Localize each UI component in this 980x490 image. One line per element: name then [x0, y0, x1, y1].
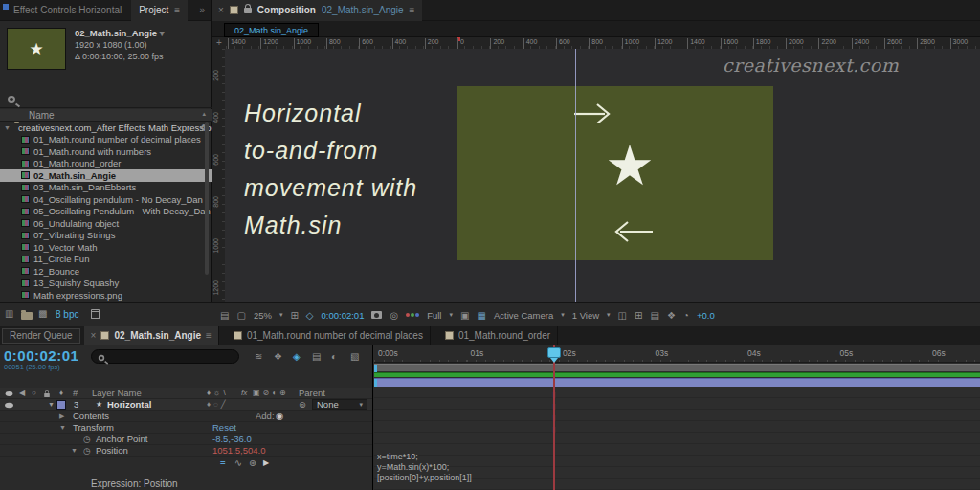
parent-pickwhip-icon[interactable]: ⊚: [299, 400, 306, 410]
project-item[interactable]: 03_Math.sin_DanEbberts: [0, 182, 212, 194]
chevron-down-icon[interactable]: ▾: [561, 311, 565, 319]
close-icon[interactable]: ×: [218, 5, 224, 15]
timeline-jump-icon[interactable]: ▤: [650, 310, 658, 321]
project-item[interactable]: 12_Bounce: [0, 265, 212, 278]
expression-graph-icon[interactable]: ∿: [234, 457, 242, 468]
playhead-head[interactable]: [547, 347, 561, 358]
motion-blur-icon[interactable]: ◐: [331, 351, 337, 362]
current-timecode[interactable]: 0:00:02:01: [4, 347, 78, 364]
work-area-start-handle[interactable]: [374, 365, 377, 372]
frame-blending-icon[interactable]: ▤: [312, 351, 321, 362]
track-area[interactable]: I I I I x=time*10; y=Math.sin(x)*100; [p…: [374, 387, 980, 490]
trash-icon[interactable]: [91, 309, 100, 319]
transform-row[interactable]: ▼ Transform Reset: [0, 422, 372, 434]
sort-arrow-icon[interactable]: ▴: [202, 110, 206, 118]
viewer-tab[interactable]: 02_Math.sin_Angie: [224, 23, 319, 37]
share-view-icon[interactable]: ◫: [618, 310, 627, 321]
add-button-icon[interactable]: ◉: [276, 411, 283, 421]
guide-line-left[interactable]: [575, 49, 576, 302]
grid-guides-icon[interactable]: ⊞: [635, 310, 642, 321]
new-folder-icon[interactable]: [21, 312, 33, 320]
chevron-down-icon[interactable]: ▾: [160, 28, 165, 38]
view-layout-value[interactable]: 1 View: [572, 310, 599, 321]
project-item[interactable]: 10_Vector Math: [0, 241, 212, 254]
tab-timeline-3[interactable]: 01_Math.round_order: [438, 326, 558, 345]
expression-editor[interactable]: x=time*10; y=Math.sin(x)*100; [position[…: [377, 452, 472, 483]
layer-row[interactable]: ▼ 3 ★ Horizontal ♦◌╱ ⊚ None▾: [0, 399, 372, 411]
ruler-origin-box[interactable]: +: [212, 37, 226, 49]
project-item[interactable]: 11_Circle Fun: [0, 254, 212, 266]
chevron-down-icon[interactable]: ▾: [607, 311, 611, 319]
project-item[interactable]: 13_Squishy Squashy: [0, 278, 212, 290]
tab-timeline-active[interactable]: × 02_Math.sin_Angie ≡: [84, 326, 219, 345]
project-columns-header[interactable]: Name ▴: [0, 109, 212, 122]
tab-timeline-2[interactable]: 01_Math.round number of decimal places: [227, 326, 431, 345]
eye-icon[interactable]: [5, 403, 13, 409]
tab-overflow-icon[interactable]: »: [199, 5, 205, 15]
reset-link[interactable]: Reset: [212, 422, 236, 433]
snapshot-camera-icon[interactable]: [371, 311, 382, 319]
camera-view-value[interactable]: Active Camera: [494, 310, 553, 321]
chevron-down-icon[interactable]: ▾: [449, 311, 453, 319]
mask-visibility-icon[interactable]: ◇: [306, 310, 314, 321]
tab-composition[interactable]: × Composition 02_Math.sin_Angie ≡: [212, 0, 422, 21]
contents-row[interactable]: ▶ Contents Add: ◉: [0, 411, 372, 422]
layer-switches[interactable]: ♦◌╱: [207, 400, 229, 409]
exposure-value[interactable]: +0.0: [697, 310, 715, 321]
layer-name[interactable]: Horizontal: [107, 399, 151, 410]
playhead-pointer[interactable]: [550, 358, 558, 363]
flowchart-icon[interactable]: ❖: [667, 310, 676, 321]
playhead-line[interactable]: [553, 345, 555, 490]
project-item[interactable]: 02_Math.sin_Angie: [0, 169, 212, 182]
layer-expand-icon[interactable]: ▼: [48, 401, 55, 408]
project-item[interactable]: Math expressions.png: [0, 289, 212, 301]
position-value[interactable]: 1051.5,504.0: [212, 445, 265, 456]
close-icon[interactable]: ×: [91, 330, 97, 341]
stopwatch-icon[interactable]: ◷: [83, 446, 91, 456]
timeline-search-input[interactable]: [91, 349, 239, 364]
safe-zones-icon[interactable]: ⊞: [290, 310, 298, 321]
draft-3d-icon[interactable]: ❖: [274, 351, 282, 362]
composition-frame[interactable]: ★: [457, 86, 773, 260]
panel-menu-icon[interactable]: ≡: [174, 5, 180, 15]
collapse-icon[interactable]: ▼: [71, 447, 78, 454]
layer-color-chip[interactable]: [56, 400, 66, 410]
vertical-ruler[interactable]: 20040060080010001200: [212, 49, 225, 302]
always-preview-icon[interactable]: ▤: [220, 310, 229, 321]
panel-menu-icon[interactable]: ≡: [410, 5, 415, 15]
collapse-icon[interactable]: ▼: [59, 424, 66, 431]
horizontal-ruler[interactable]: 1400120010008006004002000200400600800100…: [226, 37, 980, 49]
shy-layers-icon[interactable]: ◈: [293, 351, 301, 362]
tab-effect-controls[interactable]: Effect Controls Horizontal: [13, 5, 122, 15]
expression-enable-icon[interactable]: =: [220, 457, 226, 468]
new-composition-icon[interactable]: ▩: [38, 308, 47, 319]
project-folder-row[interactable]: ▼ creativesnext.com_After Effects Math E…: [0, 122, 212, 134]
tab-render-queue[interactable]: Render Queue: [2, 328, 80, 344]
primary-viewer-icon[interactable]: ▢: [236, 310, 245, 321]
resolution-value[interactable]: Full: [427, 310, 441, 321]
layer-duration-bar[interactable]: [374, 378, 980, 387]
position-row[interactable]: ▼ ◷ Position 1051.5,504.0: [0, 445, 372, 457]
interpret-footage-icon[interactable]: ▥: [5, 308, 13, 319]
show-channel-icon[interactable]: [406, 313, 419, 317]
project-item[interactable]: 05_Oscillating Pendulum - With Decay_Dan: [0, 206, 212, 218]
graph-editor-icon[interactable]: ▧: [350, 351, 359, 362]
project-item[interactable]: 04_Oscillating pendulum - No Decay_Dan: [0, 193, 212, 206]
exposure-icon[interactable]: ◔: [683, 310, 689, 321]
star-shape-layer[interactable]: ★: [601, 136, 658, 195]
composition-viewport[interactable]: creativesnext.com Horizontal to-and-from…: [225, 49, 980, 302]
project-bit-depth[interactable]: 8 bpc: [56, 309, 78, 320]
expression-pickwhip-icon[interactable]: ⊛: [249, 457, 256, 468]
region-of-interest-icon[interactable]: ▣: [460, 310, 469, 321]
project-item[interactable]: 01_Math.round number of decimal places: [0, 134, 212, 146]
transparency-grid-icon[interactable]: ▦: [477, 310, 485, 321]
work-area-bar[interactable]: [374, 364, 980, 371]
expand-icon[interactable]: ▶: [59, 412, 64, 420]
expression-language-icon[interactable]: ▶: [263, 458, 269, 467]
guide-line-right[interactable]: [657, 49, 657, 302]
mini-flowchart-icon[interactable]: ≋: [255, 351, 262, 362]
time-ruler[interactable]: 0:00s01s02s03s04s05s06s: [374, 345, 980, 363]
folder-expand-icon[interactable]: ▼: [4, 124, 11, 131]
viewer-timecode[interactable]: 0:00:02:01: [322, 310, 365, 321]
show-snapshot-icon[interactable]: ◎: [390, 310, 398, 321]
